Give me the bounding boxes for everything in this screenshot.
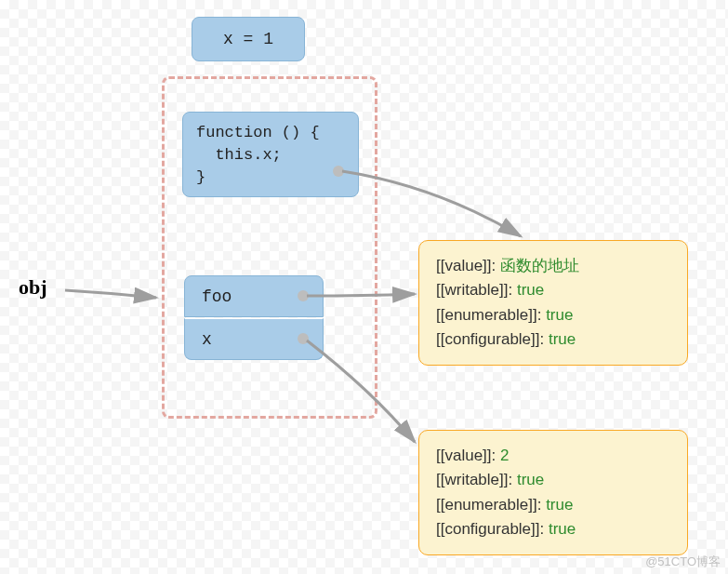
k: [[writable]]: (436, 471, 517, 488)
v: true (546, 496, 573, 514)
connector-dot (333, 166, 344, 177)
descriptor-foo: [[value]]: 函数的地址 [[writable]]: true [[en… (418, 240, 688, 366)
desc-row: [[configurable]]: true (436, 327, 670, 352)
k: [[value]]: (436, 447, 500, 464)
k: [[configurable]]: (436, 330, 549, 348)
desc-row: [[writable]]: true (436, 468, 670, 492)
k: [[configurable]]: (436, 520, 549, 538)
v: 2 (500, 447, 509, 464)
v: true (517, 281, 544, 299)
desc-row: [[enumerable]]: true (436, 303, 670, 327)
desc-row: [[enumerable]]: true (436, 493, 670, 517)
prop-foo-text: foo (202, 287, 232, 306)
function-code: function () { this.x; } (196, 124, 320, 186)
v: true (549, 330, 576, 348)
desc-row: [[value]]: 2 (436, 444, 670, 468)
function-box: function () { this.x; } (182, 112, 359, 197)
connector-dot (298, 333, 309, 344)
k: [[enumerable]]: (436, 306, 546, 324)
desc-row: [[configurable]]: true (436, 517, 670, 541)
v: 函数的地址 (500, 257, 579, 274)
desc-row: [[writable]]: true (436, 278, 670, 302)
v: true (546, 306, 573, 324)
connector-dot (298, 290, 309, 301)
global-var-text: x = 1 (223, 30, 273, 48)
v: true (517, 471, 544, 488)
k: [[writable]]: (436, 281, 517, 299)
obj-label: obj (19, 275, 47, 300)
k: [[value]]: (436, 257, 500, 274)
k: [[enumerable]]: (436, 496, 546, 514)
watermark: @51CTO博客 (645, 554, 721, 570)
v: true (549, 520, 576, 538)
desc-row: [[value]]: 函数的地址 (436, 254, 670, 278)
global-var-box: x = 1 (192, 17, 305, 61)
descriptor-x: [[value]]: 2 [[writable]]: true [[enumer… (418, 430, 688, 555)
prop-x-text: x (202, 330, 212, 349)
